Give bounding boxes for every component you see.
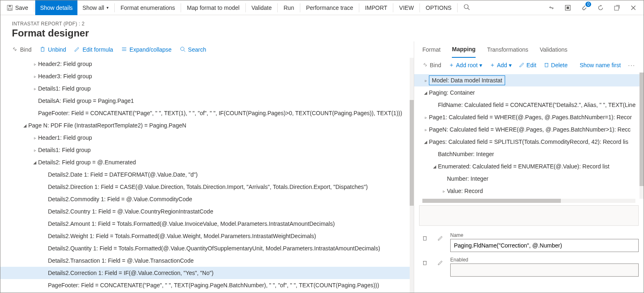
tree-toggle-icon[interactable]: ◢ xyxy=(431,164,438,169)
tree-row[interactable]: Details2.Correction 1: Field = IF(@.Valu… xyxy=(0,267,414,279)
edit-formula-button[interactable]: Edit formula xyxy=(74,46,113,53)
separator xyxy=(34,3,34,12)
tab-mapping[interactable]: Mapping xyxy=(452,41,476,58)
save-button[interactable]: Save xyxy=(2,0,33,15)
tree-toggle-icon[interactable]: ▹ xyxy=(422,127,429,132)
scrollbar-vertical[interactable] xyxy=(639,73,644,199)
tree-label: DetailsA: Field group = Paging.Page1 xyxy=(38,98,134,104)
options-menu[interactable]: OPTIONS xyxy=(421,0,456,15)
tree-label: FldName: Calculated field = CONCATENATE(… xyxy=(438,102,635,108)
tree-toggle-icon[interactable]: ▹ xyxy=(32,62,38,66)
bind-button-right[interactable]: Bind xyxy=(422,62,441,69)
tree-row[interactable]: ▹Details1: Field group xyxy=(0,82,414,95)
link-icon[interactable] xyxy=(546,2,557,13)
delete-detail-button[interactable] xyxy=(419,257,431,268)
enabled-input[interactable] xyxy=(450,263,639,277)
edit-button[interactable]: Edit xyxy=(519,62,536,69)
edit-detail-button[interactable] xyxy=(435,257,446,268)
tree-row[interactable]: ▹Model: Data model Intrastat xyxy=(414,74,644,86)
mapping-tree[interactable]: ▹Model: Data model Intrastat◢Paging: Con… xyxy=(414,73,644,199)
tree-row[interactable]: ▹Value: Record xyxy=(414,185,644,197)
tree-row[interactable]: ▹Header3: Field group xyxy=(0,70,414,82)
close-icon[interactable] xyxy=(628,2,639,13)
detail-placeholder xyxy=(419,205,639,226)
bind-button[interactable]: Bind xyxy=(12,46,32,53)
tree-toggle-icon[interactable]: ◢ xyxy=(422,140,429,144)
tree-row[interactable]: Details2.Direction 1: Field = CASE(@.Val… xyxy=(0,181,414,193)
more-button[interactable]: ··· xyxy=(628,62,635,68)
tree-toggle-icon[interactable]: ▹ xyxy=(32,86,38,91)
show-all-button[interactable]: Show all ▾ xyxy=(77,0,113,15)
tree-row[interactable]: PageFooter: Field = CONCATENATE("Page", … xyxy=(0,279,414,291)
expand-collapse-button[interactable]: Expand/collapse xyxy=(121,46,172,53)
tree-row[interactable]: DetailsA: Field group = Paging.Page1 xyxy=(0,95,414,107)
save-label: Save xyxy=(15,5,28,11)
show-name-first-button[interactable]: Show name first xyxy=(580,62,621,68)
delete-button[interactable]: Delete xyxy=(544,62,567,69)
tree-toggle-icon[interactable]: ◢ xyxy=(32,160,38,165)
tree-row[interactable]: ◢Details2: Field group = @.Enumerated xyxy=(0,156,414,168)
tree-row[interactable]: ▹Header2: Field group xyxy=(0,58,414,70)
office-icon[interactable] xyxy=(562,2,573,13)
scrollbar-vertical[interactable] xyxy=(410,58,414,293)
show-details-button[interactable]: Show details xyxy=(35,0,77,15)
tree-row[interactable]: Details2.Commodity 1: Field = @.Value.Co… xyxy=(0,193,414,205)
tree-row[interactable]: PageFooter: Field = CONCATENATE("Page", … xyxy=(0,107,414,119)
view-menu[interactable]: VIEW xyxy=(394,0,419,15)
tree-toggle-icon[interactable]: ◢ xyxy=(22,123,28,128)
pencil-icon xyxy=(519,62,525,69)
tree-row[interactable]: ◢Paging: Container xyxy=(414,86,644,99)
tree-row[interactable]: ◢Enumerated: Calculated field = ENUMERAT… xyxy=(414,160,644,173)
tree-toggle-icon[interactable]: ▹ xyxy=(32,136,38,140)
tree-row[interactable]: ◢Pages: Calculated field = SPLITLIST(Tot… xyxy=(414,136,644,148)
tree-toggle-icon[interactable]: ▹ xyxy=(440,189,447,193)
tab-validations[interactable]: Validations xyxy=(540,41,567,58)
scrollbar-horizontal[interactable] xyxy=(422,199,635,203)
map-format-button[interactable]: Map format to model xyxy=(182,0,244,15)
run-button[interactable]: Run xyxy=(279,0,299,15)
performance-trace-button[interactable]: Performance trace xyxy=(301,0,358,15)
unbind-button[interactable]: Unbind xyxy=(40,46,66,53)
popout-icon[interactable] xyxy=(612,2,622,13)
tree-toggle-icon[interactable]: ▹ xyxy=(422,78,429,83)
tree-toggle-icon[interactable]: ◢ xyxy=(422,91,429,95)
tree-row[interactable]: Details2.Transaction 1: Field = @.Value.… xyxy=(0,254,414,267)
tree-row[interactable]: Number: Integer xyxy=(414,173,644,185)
tree-row[interactable]: ▹PageN: Calculated field = WHERE(@.Pages… xyxy=(414,123,644,136)
tree-row[interactable]: ▹Details1: Field group xyxy=(0,144,414,156)
tree-row[interactable]: Details2.Weight 1: Field = Totals.Format… xyxy=(0,230,414,242)
refresh-icon[interactable] xyxy=(595,2,606,13)
tree-toggle-icon[interactable]: ▹ xyxy=(32,148,38,152)
import-menu[interactable]: IMPORT xyxy=(360,0,392,15)
tree-row[interactable]: FldName: Calculated field = CONCATENATE(… xyxy=(414,99,644,111)
tab-transformations[interactable]: Transformations xyxy=(487,41,528,58)
tree-toggle-icon[interactable]: ▹ xyxy=(32,74,38,79)
tree-row[interactable]: ▹Header1: Field group xyxy=(0,132,414,144)
add-button[interactable]: ＋ Add ▾ xyxy=(490,61,512,69)
tree-row[interactable]: BatchNumber: Integer xyxy=(414,148,644,160)
tree-label: Model: Data model Intrastat xyxy=(429,75,505,85)
separator xyxy=(420,3,420,12)
tree-label: Details2.Date 1: Field = DATEFORMAT(@.Va… xyxy=(48,171,197,178)
search-button-left[interactable]: Search xyxy=(180,46,206,53)
tree-label: Enumerated: Calculated field = ENUMERATE… xyxy=(438,163,610,170)
tree-row[interactable]: ▹Page1: Calculated field = WHERE(@.Pages… xyxy=(414,111,644,123)
format-tree[interactable]: ▹Header2: Field group▹Header3: Field gro… xyxy=(0,58,414,293)
tab-format[interactable]: Format xyxy=(422,41,440,58)
detail-panel: Name Enabled xyxy=(414,228,644,280)
attachments-icon[interactable]: 0 xyxy=(579,2,590,13)
command-bar: Save Show details Show all ▾ Format enum… xyxy=(0,0,644,15)
tree-row[interactable]: Details2.Date 1: Field = DATEFORMAT(@.Va… xyxy=(0,168,414,181)
validate-button[interactable]: Validate xyxy=(247,0,277,15)
tree-row[interactable]: Details2.Amount 1: Field = Totals.Format… xyxy=(0,218,414,230)
tree-row[interactable]: ◢Page N: PDF File (IntrastatReportTempla… xyxy=(0,119,414,132)
add-root-button[interactable]: ＋ Add root ▾ xyxy=(449,61,482,69)
tree-row[interactable]: Details2.Quantity 1: Field = Totals.Form… xyxy=(0,242,414,254)
tree-row[interactable]: Details2.Country 1: Field = @.Value.Coun… xyxy=(0,205,414,218)
search-button[interactable] xyxy=(458,0,475,15)
format-enumerations-button[interactable]: Format enumerations xyxy=(116,0,180,15)
name-input[interactable] xyxy=(450,239,639,252)
delete-detail-button[interactable] xyxy=(419,232,431,244)
edit-detail-button[interactable] xyxy=(435,232,446,244)
tree-toggle-icon[interactable]: ▹ xyxy=(422,115,429,120)
